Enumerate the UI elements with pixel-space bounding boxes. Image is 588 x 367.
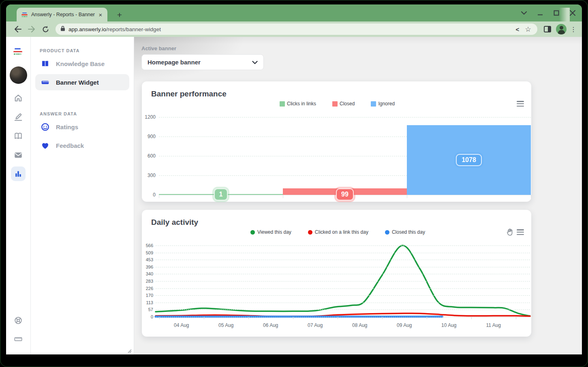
lock-icon	[60, 26, 65, 33]
chevron-down-icon	[252, 59, 258, 66]
legend-dot-green	[250, 230, 255, 235]
banner-ruler-icon[interactable]	[13, 334, 23, 344]
home-icon[interactable]	[13, 93, 23, 103]
sidebar-item-ratings[interactable]: Ratings	[35, 119, 129, 135]
sidebar-item-label: Feedback	[56, 142, 84, 149]
maximize-button[interactable]	[550, 7, 562, 19]
chart-menu-icon[interactable]	[517, 229, 524, 235]
legend-clicked[interactable]: Clicked on a link this day	[308, 229, 368, 235]
gridline	[156, 267, 530, 267]
sidebar-resize-handle[interactable]	[127, 348, 132, 353]
y-tick-label: 566	[139, 243, 153, 248]
browser-toolbar: app.answerly.io/reports/banner-widget < …	[6, 21, 582, 37]
compose-icon[interactable]	[13, 112, 23, 122]
y-tick-label: 57	[139, 307, 153, 312]
legend-ignored[interactable]: Ignored	[371, 101, 395, 107]
x-tick	[382, 317, 383, 319]
workspace-avatar[interactable]	[10, 66, 27, 84]
page-content: PRODUCT DATA Knowledge Base Banner Widge…	[6, 37, 582, 354]
x-tick	[516, 317, 516, 319]
gridline	[156, 281, 530, 282]
sidebar-item-feedback[interactable]: Feedback	[35, 137, 129, 154]
x-tick	[248, 317, 249, 319]
window-controls	[518, 4, 579, 21]
sidebar-item-banner-widget[interactable]: Banner Widget	[35, 74, 129, 90]
y-tick-label: 453	[139, 257, 153, 262]
pan-hand-icon[interactable]	[507, 228, 513, 237]
browser-window: Answerly - Reports - Banner × +	[6, 4, 582, 354]
banner-performance-plot: 120090060030001991078	[159, 117, 531, 195]
legend-viewed[interactable]: Viewed this day	[250, 229, 291, 235]
share-icon[interactable]: <	[512, 24, 523, 34]
legend-closed-day[interactable]: Closed this day	[385, 229, 425, 235]
gridline	[156, 288, 530, 289]
legend-swatch-green	[280, 101, 285, 107]
help-wheel-icon[interactable]	[13, 316, 23, 325]
answerly-favicon-icon	[21, 11, 28, 18]
forward-button[interactable]	[26, 23, 38, 35]
library-book-icon[interactable]	[13, 131, 23, 141]
legend-closed[interactable]: Closed	[332, 101, 355, 107]
banner-select-value: Homepage banner	[148, 59, 201, 66]
x-tick	[159, 317, 160, 319]
gridline	[156, 253, 530, 253]
gridline	[156, 260, 530, 260]
x-tick-label: 08 Aug	[347, 322, 373, 328]
y-tick-label: 340	[139, 271, 153, 276]
ruler-icon	[41, 78, 49, 87]
mail-icon[interactable]	[13, 150, 23, 160]
gridline	[159, 117, 531, 117]
profile-avatar[interactable]	[556, 24, 567, 34]
tab-close-icon[interactable]: ×	[97, 11, 104, 18]
tab-search-chevron-icon[interactable]	[518, 7, 530, 19]
sidebar-item-label: Knowledge Base	[56, 60, 105, 67]
url-path: /reports/banner-widget	[106, 26, 161, 32]
gridline	[156, 303, 530, 303]
y-tick-label: 283	[139, 279, 153, 284]
daily-activity-plot: 56650945339634028322617011357004 Aug05 A…	[156, 245, 530, 317]
tab-title: Answerly - Reports - Banner	[31, 12, 97, 17]
value-badge: 1	[214, 188, 228, 201]
banner-performance-legend: Clicks in links Closed Ignored	[280, 101, 395, 107]
line-viewed-this-day	[156, 245, 530, 316]
y-tick-label: 900	[141, 134, 156, 139]
section-header-answer-data: ANSWER DATA	[40, 111, 134, 116]
main-content: Active banner Homepage banner Banner per…	[134, 37, 582, 354]
banner-select[interactable]: Homepage banner	[141, 54, 264, 70]
url-bar[interactable]: app.answerly.io/reports/banner-widget < …	[56, 23, 537, 35]
y-tick-label: 396	[139, 265, 153, 269]
chart-menu-icon[interactable]	[517, 101, 524, 107]
reload-button[interactable]	[39, 23, 51, 35]
x-tick	[204, 317, 204, 319]
legend-swatch-red	[332, 101, 338, 107]
desktop-background: Answerly - Reports - Banner × +	[0, 0, 588, 367]
gridline	[156, 274, 530, 274]
legend-clicks-in-links[interactable]: Clicks in links	[280, 101, 316, 107]
y-tick-label: 170	[139, 293, 153, 298]
gridline	[156, 309, 530, 310]
bar-chart-icon	[14, 169, 23, 178]
browser-menu-icon[interactable]: ⋮	[569, 26, 578, 33]
minimize-button[interactable]	[534, 7, 546, 19]
browser-tab[interactable]: Answerly - Reports - Banner ×	[17, 8, 107, 21]
new-tab-button[interactable]: +	[114, 9, 125, 21]
legend-dot-blue	[385, 230, 389, 235]
gridline	[156, 295, 530, 296]
url-text: app.answerly.io/reports/banner-widget	[68, 26, 512, 32]
y-tick-label: 1200	[141, 114, 156, 120]
smiley-icon	[41, 122, 49, 131]
close-button[interactable]	[567, 7, 579, 19]
y-tick-label: 113	[139, 300, 153, 305]
side-panel-icon[interactable]	[541, 23, 554, 35]
y-tick-label: 0	[141, 192, 156, 198]
reports-nav-active[interactable]	[11, 166, 26, 181]
answerly-logo-icon[interactable]	[13, 48, 23, 55]
bookmark-star-icon[interactable]: ☆	[523, 24, 533, 34]
icon-rail	[6, 37, 31, 354]
daily-activity-title: Daily activity	[151, 218, 198, 227]
x-tick	[531, 195, 531, 198]
sidebar-item-knowledge-base[interactable]: Knowledge Base	[35, 55, 129, 72]
book-icon	[41, 59, 49, 68]
back-button[interactable]	[12, 23, 24, 35]
x-tick-label: 06 Aug	[258, 322, 284, 328]
